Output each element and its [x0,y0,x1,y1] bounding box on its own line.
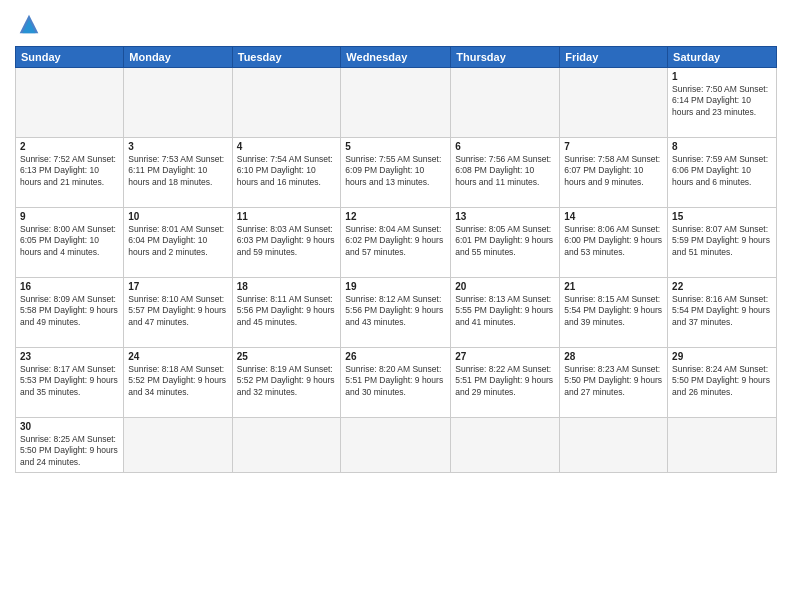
calendar-cell: 29Sunrise: 8:24 AM Sunset: 5:50 PM Dayli… [668,348,777,418]
calendar-cell: 14Sunrise: 8:06 AM Sunset: 6:00 PM Dayli… [560,208,668,278]
calendar-cell: 4Sunrise: 7:54 AM Sunset: 6:10 PM Daylig… [232,138,341,208]
day-number: 21 [564,281,663,292]
day-info: Sunrise: 8:11 AM Sunset: 5:56 PM Dayligh… [237,294,337,328]
weekday-header-tuesday: Tuesday [232,47,341,68]
day-info: Sunrise: 7:50 AM Sunset: 6:14 PM Dayligh… [672,84,772,118]
day-number: 13 [455,211,555,222]
day-number: 12 [345,211,446,222]
day-number: 25 [237,351,337,362]
day-info: Sunrise: 8:18 AM Sunset: 5:52 PM Dayligh… [128,364,227,398]
day-number: 17 [128,281,227,292]
day-info: Sunrise: 7:59 AM Sunset: 6:06 PM Dayligh… [672,154,772,188]
day-info: Sunrise: 8:06 AM Sunset: 6:00 PM Dayligh… [564,224,663,258]
calendar-cell: 24Sunrise: 8:18 AM Sunset: 5:52 PM Dayli… [124,348,232,418]
day-info: Sunrise: 8:09 AM Sunset: 5:58 PM Dayligh… [20,294,119,328]
calendar-cell [232,418,341,473]
day-number: 15 [672,211,772,222]
calendar-cell: 16Sunrise: 8:09 AM Sunset: 5:58 PM Dayli… [16,278,124,348]
day-number: 3 [128,141,227,152]
day-number: 14 [564,211,663,222]
day-number: 11 [237,211,337,222]
calendar-cell: 15Sunrise: 8:07 AM Sunset: 5:59 PM Dayli… [668,208,777,278]
calendar-cell [232,68,341,138]
day-info: Sunrise: 8:04 AM Sunset: 6:02 PM Dayligh… [345,224,446,258]
calendar-cell: 13Sunrise: 8:05 AM Sunset: 6:01 PM Dayli… [451,208,560,278]
day-number: 7 [564,141,663,152]
day-number: 9 [20,211,119,222]
weekday-header-friday: Friday [560,47,668,68]
calendar-cell: 17Sunrise: 8:10 AM Sunset: 5:57 PM Dayli… [124,278,232,348]
calendar-cell [560,418,668,473]
day-number: 18 [237,281,337,292]
weekday-header-saturday: Saturday [668,47,777,68]
day-info: Sunrise: 8:00 AM Sunset: 6:05 PM Dayligh… [20,224,119,258]
calendar-cell [124,418,232,473]
calendar-cell: 5Sunrise: 7:55 AM Sunset: 6:09 PM Daylig… [341,138,451,208]
day-info: Sunrise: 8:03 AM Sunset: 6:03 PM Dayligh… [237,224,337,258]
day-number: 27 [455,351,555,362]
day-info: Sunrise: 8:16 AM Sunset: 5:54 PM Dayligh… [672,294,772,328]
calendar-cell: 12Sunrise: 8:04 AM Sunset: 6:02 PM Dayli… [341,208,451,278]
calendar-cell [668,418,777,473]
day-info: Sunrise: 7:52 AM Sunset: 6:13 PM Dayligh… [20,154,119,188]
calendar-cell: 1Sunrise: 7:50 AM Sunset: 6:14 PM Daylig… [668,68,777,138]
day-number: 30 [20,421,119,432]
day-number: 23 [20,351,119,362]
calendar-cell [451,418,560,473]
calendar-cell: 28Sunrise: 8:23 AM Sunset: 5:50 PM Dayli… [560,348,668,418]
day-info: Sunrise: 8:05 AM Sunset: 6:01 PM Dayligh… [455,224,555,258]
day-info: Sunrise: 7:55 AM Sunset: 6:09 PM Dayligh… [345,154,446,188]
calendar-cell: 30Sunrise: 8:25 AM Sunset: 5:50 PM Dayli… [16,418,124,473]
day-number: 28 [564,351,663,362]
day-number: 20 [455,281,555,292]
calendar-cell [451,68,560,138]
day-number: 8 [672,141,772,152]
weekday-header-thursday: Thursday [451,47,560,68]
calendar-cell: 22Sunrise: 8:16 AM Sunset: 5:54 PM Dayli… [668,278,777,348]
day-number: 29 [672,351,772,362]
day-info: Sunrise: 7:58 AM Sunset: 6:07 PM Dayligh… [564,154,663,188]
calendar-cell [341,418,451,473]
day-info: Sunrise: 7:54 AM Sunset: 6:10 PM Dayligh… [237,154,337,188]
calendar-cell: 11Sunrise: 8:03 AM Sunset: 6:03 PM Dayli… [232,208,341,278]
calendar-cell: 6Sunrise: 7:56 AM Sunset: 6:08 PM Daylig… [451,138,560,208]
day-info: Sunrise: 8:15 AM Sunset: 5:54 PM Dayligh… [564,294,663,328]
calendar-cell: 20Sunrise: 8:13 AM Sunset: 5:55 PM Dayli… [451,278,560,348]
calendar-cell: 23Sunrise: 8:17 AM Sunset: 5:53 PM Dayli… [16,348,124,418]
calendar-cell: 3Sunrise: 7:53 AM Sunset: 6:11 PM Daylig… [124,138,232,208]
day-info: Sunrise: 7:56 AM Sunset: 6:08 PM Dayligh… [455,154,555,188]
day-info: Sunrise: 8:17 AM Sunset: 5:53 PM Dayligh… [20,364,119,398]
day-info: Sunrise: 8:19 AM Sunset: 5:52 PM Dayligh… [237,364,337,398]
calendar-cell: 9Sunrise: 8:00 AM Sunset: 6:05 PM Daylig… [16,208,124,278]
day-number: 4 [237,141,337,152]
day-number: 22 [672,281,772,292]
calendar-cell: 7Sunrise: 7:58 AM Sunset: 6:07 PM Daylig… [560,138,668,208]
day-info: Sunrise: 8:01 AM Sunset: 6:04 PM Dayligh… [128,224,227,258]
day-info: Sunrise: 8:10 AM Sunset: 5:57 PM Dayligh… [128,294,227,328]
calendar-cell [341,68,451,138]
day-number: 5 [345,141,446,152]
day-info: Sunrise: 8:23 AM Sunset: 5:50 PM Dayligh… [564,364,663,398]
day-info: Sunrise: 8:25 AM Sunset: 5:50 PM Dayligh… [20,434,119,468]
calendar-cell [16,68,124,138]
day-info: Sunrise: 8:24 AM Sunset: 5:50 PM Dayligh… [672,364,772,398]
day-number: 19 [345,281,446,292]
calendar-cell [560,68,668,138]
weekday-header-wednesday: Wednesday [341,47,451,68]
calendar-cell: 27Sunrise: 8:22 AM Sunset: 5:51 PM Dayli… [451,348,560,418]
weekday-header-sunday: Sunday [16,47,124,68]
day-number: 24 [128,351,227,362]
day-info: Sunrise: 8:13 AM Sunset: 5:55 PM Dayligh… [455,294,555,328]
day-number: 26 [345,351,446,362]
day-number: 2 [20,141,119,152]
calendar-cell: 8Sunrise: 7:59 AM Sunset: 6:06 PM Daylig… [668,138,777,208]
calendar-cell: 10Sunrise: 8:01 AM Sunset: 6:04 PM Dayli… [124,208,232,278]
calendar-cell: 25Sunrise: 8:19 AM Sunset: 5:52 PM Dayli… [232,348,341,418]
day-info: Sunrise: 8:07 AM Sunset: 5:59 PM Dayligh… [672,224,772,258]
day-number: 16 [20,281,119,292]
calendar-cell: 19Sunrise: 8:12 AM Sunset: 5:56 PM Dayli… [341,278,451,348]
calendar-cell: 18Sunrise: 8:11 AM Sunset: 5:56 PM Dayli… [232,278,341,348]
day-info: Sunrise: 8:12 AM Sunset: 5:56 PM Dayligh… [345,294,446,328]
day-number: 6 [455,141,555,152]
day-info: Sunrise: 8:20 AM Sunset: 5:51 PM Dayligh… [345,364,446,398]
